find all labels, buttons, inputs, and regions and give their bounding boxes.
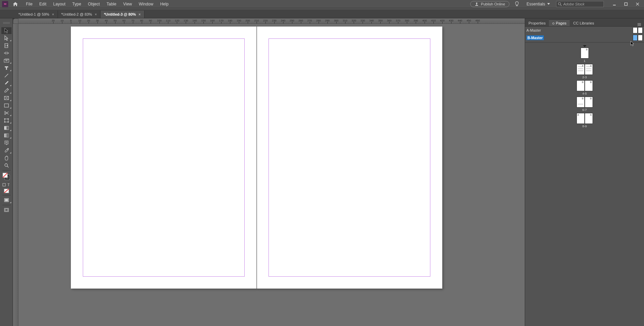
vertical-ruler[interactable] bbox=[13, 24, 18, 326]
page-thumb[interactable]: B bbox=[577, 97, 585, 108]
master-item-b[interactable]: B-Master bbox=[525, 34, 644, 42]
spread-marker-icon bbox=[583, 45, 586, 47]
panel-tab-pages-label: Pages bbox=[556, 21, 566, 25]
page-thumb[interactable]: A bbox=[577, 64, 585, 75]
pages-list: B 1 A A 2-3 B B 4-5 B bbox=[525, 43, 644, 131]
svg-rect-3 bbox=[625, 3, 627, 5]
rectangle-frame-tool[interactable] bbox=[1, 95, 12, 101]
menu-view[interactable]: View bbox=[120, 0, 135, 8]
master-thumb[interactable] bbox=[633, 35, 638, 41]
page-spread-item[interactable]: A A 8-9 bbox=[577, 113, 593, 128]
panel-tab-properties[interactable]: Properties bbox=[525, 20, 549, 26]
document-canvas[interactable]: 2010010203040506070809010011012013014015… bbox=[13, 18, 525, 326]
menu-window[interactable]: Window bbox=[135, 0, 157, 8]
svg-rect-26 bbox=[4, 121, 5, 123]
chevron-down-icon bbox=[547, 3, 550, 5]
default-fill-stroke-icon[interactable]: T bbox=[1, 182, 12, 188]
svg-point-0 bbox=[558, 2, 561, 5]
hand-tool[interactable] bbox=[1, 154, 12, 161]
pen-tool[interactable] bbox=[1, 80, 12, 86]
horizontal-ruler[interactable]: 2010010203040506070809010011012013014015… bbox=[18, 18, 525, 24]
page-spread-item[interactable]: B B 6-7 bbox=[577, 97, 593, 112]
page-thumb[interactable]: A bbox=[585, 113, 593, 124]
zoom-tool[interactable] bbox=[1, 162, 12, 169]
panel-flyout-menu-icon[interactable] bbox=[637, 23, 644, 26]
menu-layout[interactable]: Layout bbox=[50, 0, 69, 8]
menu-file[interactable]: File bbox=[22, 0, 36, 8]
svg-rect-48 bbox=[5, 209, 8, 211]
pencil-tool[interactable] bbox=[1, 87, 12, 94]
eyedropper-tool[interactable] bbox=[1, 147, 12, 154]
screen-mode-button[interactable] bbox=[1, 207, 12, 213]
line-tool[interactable] bbox=[1, 72, 12, 79]
page-left[interactable] bbox=[71, 27, 257, 289]
menu-object[interactable]: Object bbox=[85, 0, 103, 8]
window-maximize-button[interactable] bbox=[620, 0, 632, 8]
selection-tool[interactable] bbox=[1, 27, 12, 34]
master-item-a[interactable]: A-Master bbox=[525, 27, 644, 34]
search-icon bbox=[558, 2, 562, 6]
svg-text:T: T bbox=[7, 183, 10, 187]
page-thumb[interactable]: B bbox=[581, 48, 589, 59]
menu-edit[interactable]: Edit bbox=[36, 0, 50, 8]
menu-table[interactable]: Table bbox=[103, 0, 120, 8]
window-close-button[interactable] bbox=[632, 0, 643, 8]
svg-rect-18 bbox=[4, 104, 9, 107]
panel-tab-pages[interactable]: Pages bbox=[549, 19, 570, 26]
svg-rect-2 bbox=[613, 5, 616, 5]
master-label: A-Master bbox=[526, 28, 541, 32]
page-spread-item[interactable]: A A 2-3 bbox=[577, 64, 593, 79]
page-spread-item[interactable]: B B 4-5 bbox=[577, 80, 593, 95]
publish-online-button[interactable]: Publish Online bbox=[470, 1, 509, 7]
page-thumb[interactable]: A bbox=[577, 113, 585, 124]
svg-rect-27 bbox=[7, 121, 9, 123]
type-tool[interactable] bbox=[1, 65, 12, 71]
spread-label: 2-3 bbox=[582, 76, 587, 79]
free-transform-tool[interactable] bbox=[1, 117, 12, 124]
apply-none-icon[interactable] bbox=[1, 188, 12, 194]
master-thumbs bbox=[633, 35, 643, 41]
page-thumb[interactable]: B bbox=[585, 97, 593, 108]
view-mode-normal[interactable] bbox=[1, 197, 12, 203]
window-minimize-button[interactable] bbox=[609, 0, 620, 8]
scissors-tool[interactable] bbox=[1, 110, 12, 116]
spread-label: 8-9 bbox=[582, 125, 587, 128]
document-tab[interactable]: *Untitled-1 @ 59% × bbox=[15, 11, 58, 18]
page-spread-item[interactable]: B 1 bbox=[581, 48, 589, 63]
learn-lightbulb-icon[interactable] bbox=[513, 1, 520, 7]
fill-stroke-swatch[interactable] bbox=[1, 172, 12, 181]
panel-grip-icon[interactable] bbox=[1, 20, 12, 27]
svg-rect-41 bbox=[3, 183, 5, 186]
ruler-origin[interactable] bbox=[13, 18, 18, 24]
page-thumb[interactable]: B bbox=[577, 80, 585, 91]
menu-type[interactable]: Type bbox=[69, 0, 85, 8]
master-pages-section: A-Master B-Master bbox=[525, 27, 644, 43]
page-thumb[interactable]: A bbox=[585, 64, 593, 75]
document-tab[interactable]: *Untitled-2 @ 83% × bbox=[58, 11, 101, 18]
page-thumb[interactable]: B bbox=[585, 80, 593, 91]
home-icon[interactable] bbox=[12, 0, 19, 8]
close-icon[interactable]: × bbox=[139, 13, 141, 16]
menu-help[interactable]: Help bbox=[157, 0, 172, 8]
note-tool[interactable] bbox=[1, 140, 12, 146]
page-tool[interactable] bbox=[1, 42, 12, 49]
gap-tool[interactable] bbox=[1, 50, 12, 56]
panel-tab-cc-libraries[interactable]: CC Libraries bbox=[570, 20, 597, 26]
gradient-swatch-tool[interactable] bbox=[1, 125, 12, 131]
master-thumb[interactable] bbox=[638, 35, 643, 41]
svg-point-20 bbox=[4, 113, 6, 115]
workspace-switcher[interactable]: Essentials bbox=[526, 2, 550, 6]
master-thumb[interactable] bbox=[638, 27, 643, 33]
gradient-feather-tool[interactable] bbox=[1, 132, 12, 139]
adobe-stock-search[interactable]: Adobe Stock bbox=[556, 1, 604, 7]
direct-selection-tool[interactable] bbox=[1, 35, 12, 42]
svg-point-35 bbox=[5, 164, 7, 166]
document-tab[interactable]: *Untitled-3 @ 80% × bbox=[101, 11, 144, 18]
page-right[interactable] bbox=[257, 27, 442, 289]
close-icon[interactable]: × bbox=[95, 13, 97, 16]
content-collector-tool[interactable] bbox=[1, 57, 12, 64]
svg-rect-25 bbox=[7, 118, 9, 119]
close-icon[interactable]: × bbox=[52, 13, 54, 16]
rectangle-tool[interactable] bbox=[1, 102, 12, 109]
master-thumb[interactable] bbox=[633, 27, 638, 33]
